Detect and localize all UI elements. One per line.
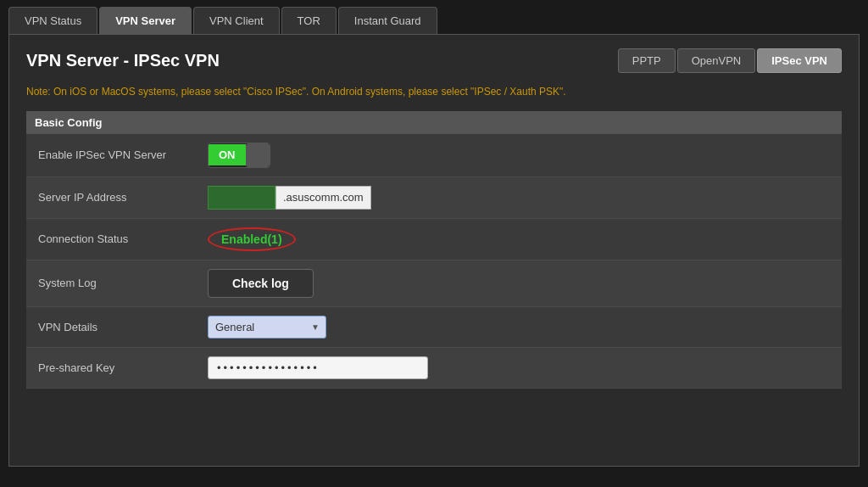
sub-tab-ipsec[interactable]: IPSec VPN bbox=[757, 48, 842, 73]
table-row: Connection Status Enabled(1) bbox=[26, 218, 842, 260]
table-row: VPN Details General Android iOS MacOS ▼ bbox=[26, 306, 842, 347]
row-value-syslog: Check log bbox=[196, 260, 842, 306]
table-row: System Log Check log bbox=[26, 260, 842, 306]
tab-vpn-status[interactable]: VPN Status bbox=[8, 7, 97, 34]
row-label-vpn-details: VPN Details bbox=[26, 306, 196, 347]
sub-tab-openvpn[interactable]: OpenVPN bbox=[677, 48, 756, 73]
row-label-syslog: System Log bbox=[26, 260, 196, 306]
row-label-ip: Server IP Address bbox=[26, 176, 196, 218]
connection-status-badge: Enabled(1) bbox=[208, 227, 296, 251]
vpn-details-select-wrapper: General Android iOS MacOS ▼ bbox=[208, 316, 326, 339]
sub-tab-bar: PPTP OpenVPN IPSec VPN bbox=[618, 48, 842, 73]
tab-vpn-client[interactable]: VPN Client bbox=[193, 7, 280, 34]
enable-toggle[interactable]: ON bbox=[208, 143, 270, 168]
page-header: VPN Server - IPSec VPN PPTP OpenVPN IPSe… bbox=[26, 48, 842, 73]
top-tab-bar: VPN Status VPN Server VPN Client TOR Ins… bbox=[0, 0, 868, 34]
check-log-button[interactable]: Check log bbox=[208, 269, 314, 298]
row-label-psk: Pre-shared Key bbox=[26, 347, 196, 388]
toggle-on-label: ON bbox=[209, 144, 246, 165]
row-value-vpn-details: General Android iOS MacOS ▼ bbox=[196, 306, 842, 347]
ip-domain: .asuscomm.com bbox=[275, 186, 371, 210]
row-value-status: Enabled(1) bbox=[196, 218, 842, 260]
tab-vpn-server[interactable]: VPN Server bbox=[99, 7, 192, 34]
tab-tor[interactable]: TOR bbox=[281, 7, 337, 34]
section-header-basic-config: Basic Config bbox=[26, 111, 842, 134]
table-row: Server IP Address .asuscomm.com bbox=[26, 176, 842, 218]
sub-tab-pptp[interactable]: PPTP bbox=[618, 48, 676, 73]
row-value-ip: .asuscomm.com bbox=[196, 176, 842, 218]
tab-instant-guard[interactable]: Instant Guard bbox=[338, 7, 437, 34]
row-label-status: Connection Status bbox=[26, 218, 196, 260]
toggle-handle bbox=[246, 143, 270, 167]
ip-green-part bbox=[208, 186, 275, 210]
note-text: Note: On iOS or MacOS systems, please se… bbox=[26, 85, 842, 99]
psk-input[interactable] bbox=[208, 356, 428, 379]
row-value-psk bbox=[196, 347, 842, 388]
page-title: VPN Server - IPSec VPN bbox=[26, 51, 220, 70]
row-value-enable: ON bbox=[196, 134, 842, 177]
main-content: VPN Server - IPSec VPN PPTP OpenVPN IPSe… bbox=[8, 34, 860, 467]
row-label-enable: Enable IPSec VPN Server bbox=[26, 134, 196, 177]
config-table: Enable IPSec VPN Server ON Server IP Add… bbox=[26, 134, 842, 389]
table-row: Pre-shared Key bbox=[26, 347, 842, 388]
table-row: Enable IPSec VPN Server ON bbox=[26, 134, 842, 177]
server-ip-field: .asuscomm.com bbox=[208, 186, 371, 210]
vpn-details-select[interactable]: General Android iOS MacOS bbox=[208, 316, 326, 339]
